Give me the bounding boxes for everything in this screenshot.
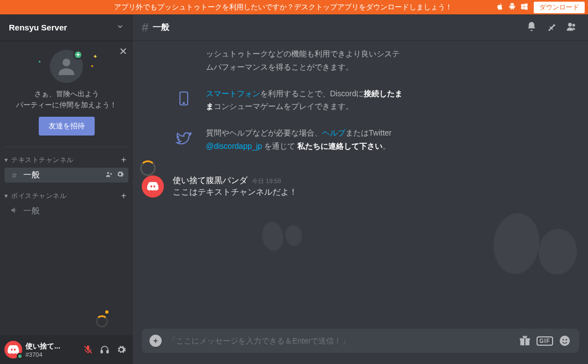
attach-button[interactable]: +	[149, 335, 162, 347]
user-avatar[interactable]	[4, 341, 22, 358]
download-button[interactable]: ダウンロード	[534, 2, 585, 13]
svg-point-7	[183, 102, 184, 103]
invite-line2: パーティーに仲間を加えよう！	[6, 100, 127, 111]
message-body: ここはテキストチャンネルだよ！	[173, 187, 297, 197]
android-icon[interactable]	[508, 3, 516, 12]
windows-icon[interactable]	[520, 3, 528, 12]
plus-badge-icon	[73, 50, 83, 60]
text-channels-header[interactable]: ▾ テキストチャンネル +	[0, 155, 133, 167]
user-tag: #3704	[25, 351, 78, 358]
chevron-down-icon	[116, 23, 124, 32]
invite-line1: さぁ、冒険へ出よう	[6, 89, 127, 100]
message-input-bar: + GIF	[142, 329, 579, 353]
svg-point-8	[260, 221, 285, 252]
pinned-button[interactable]	[544, 21, 559, 34]
message-input[interactable]	[168, 336, 512, 345]
message-avatar[interactable]	[142, 175, 164, 197]
welcome-phone-text: スマートフォンを利用することで、Discordに接続したままコンシューマゲームを…	[206, 87, 405, 114]
message-timestamp: 今日 19:58	[252, 177, 281, 185]
svg-point-11	[537, 227, 579, 277]
channel-item[interactable]: # 一般	[4, 168, 128, 183]
create-invite-icon[interactable]	[105, 170, 113, 180]
svg-point-1	[107, 172, 110, 174]
gif-button[interactable]: GIF	[538, 334, 551, 347]
status-online-icon	[17, 353, 23, 360]
phone-icon	[173, 87, 195, 114]
voice-channel-item[interactable]: 一般	[4, 204, 128, 219]
svg-point-0	[63, 59, 70, 66]
members-button[interactable]	[564, 21, 579, 34]
svg-point-15	[560, 336, 570, 346]
invite-avatar	[50, 50, 83, 83]
svg-point-4	[568, 23, 572, 27]
svg-point-9	[284, 224, 303, 247]
wumpus-decoration	[487, 208, 585, 284]
user-panel: 使い捨て... #3704	[0, 335, 133, 364]
deafen-button[interactable]	[97, 342, 112, 357]
chevron-down-icon: ▾	[4, 192, 11, 200]
server-header[interactable]: Rensyu Server	[0, 14, 133, 41]
settings-button[interactable]	[114, 342, 128, 357]
apple-icon[interactable]	[496, 3, 504, 12]
mute-button[interactable]	[81, 342, 95, 357]
welcome-twitter-text: 質問やヘルプなどが必要な場合、ヘルプまたはTwitter @discordapp…	[206, 127, 405, 153]
svg-point-10	[491, 211, 543, 276]
banner-message: アプリ外でもプッシュトゥトークを利用したいですか？デスクトップアプリをダウンロー…	[3, 2, 452, 12]
svg-point-16	[563, 339, 564, 341]
welcome-desktop-text: ッシュトゥトークなどの機能も利用できより良いシステムパフォーマンスを得ることがで…	[206, 48, 405, 74]
message-row: 使い捨て腹黒パンダ 今日 19:58 ここはテキストチャンネルだよ！	[142, 175, 579, 197]
invite-card: ✕ さぁ、冒険へ出よう パーティーに仲間を加えよう！ 友達を招待	[0, 41, 133, 147]
user-name: 使い捨て...	[25, 341, 78, 351]
server-name: Rensyu Server	[9, 23, 116, 32]
svg-rect-14	[524, 338, 525, 345]
wumpus-decoration	[258, 215, 312, 254]
speaker-icon	[9, 206, 20, 216]
download-banner: アプリ外でもプッシュトゥトークを利用したいですか？デスクトップアプリをダウンロー…	[0, 0, 588, 14]
hash-icon: #	[9, 170, 20, 180]
hash-icon: #	[142, 20, 148, 35]
svg-rect-2	[101, 351, 102, 353]
chat-header: # 一般	[133, 14, 588, 41]
loading-spinner-icon	[96, 315, 108, 327]
notifications-button[interactable]	[524, 21, 539, 34]
gear-icon[interactable]	[116, 170, 124, 180]
channel-title: 一般	[153, 22, 519, 33]
loading-spinner-icon	[140, 160, 156, 176]
svg-rect-3	[107, 351, 109, 353]
add-channel-button[interactable]: +	[121, 155, 126, 165]
close-icon[interactable]: ✕	[119, 45, 127, 58]
add-channel-button[interactable]: +	[121, 191, 126, 201]
chevron-down-icon: ▾	[4, 156, 11, 164]
message-author[interactable]: 使い捨て腹黒パンダ	[173, 175, 247, 186]
voice-channels-header[interactable]: ▾ ボイスチャンネル +	[0, 191, 133, 203]
svg-point-17	[565, 339, 567, 341]
gift-button[interactable]	[518, 334, 532, 347]
svg-point-5	[572, 24, 575, 27]
emoji-button[interactable]	[558, 334, 571, 347]
twitter-icon	[173, 127, 195, 153]
invite-friends-button[interactable]: 友達を招待	[39, 117, 95, 136]
